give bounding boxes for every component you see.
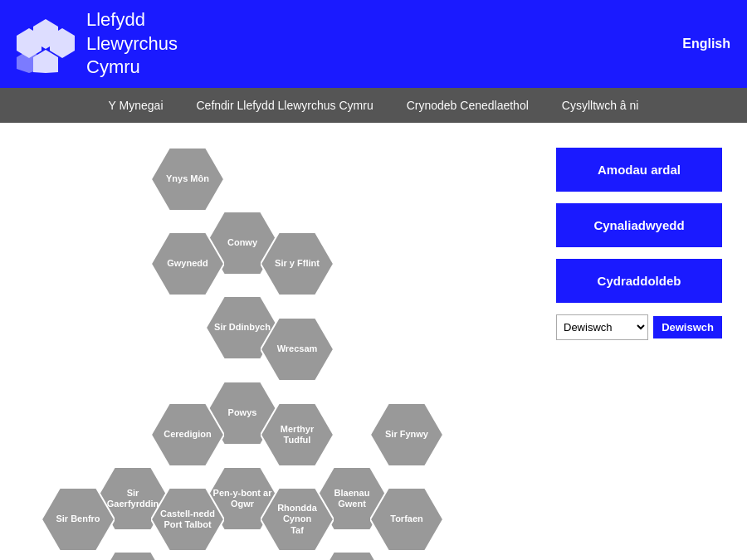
sidebar: Amodau ardal Cynaliadwyedd Cydraddoldeb …: [556, 139, 722, 560]
nav-item-cefndir[interactable]: Cefndir Llefydd Llewyrchus Cymru: [197, 99, 374, 112]
hex-region-wrecsam[interactable]: [261, 318, 334, 381]
site-title: Llefydd Llewyrchus Cymru: [86, 8, 178, 80]
hex-region-abertawe[interactable]: [96, 552, 169, 560]
amodau-ardal-button[interactable]: Amodau ardal: [556, 148, 722, 192]
hex-region-castell-nedd-port-talbot[interactable]: [151, 488, 224, 551]
nav-item-cysylltwch[interactable]: Cysylltwch â ni: [562, 99, 639, 112]
nav-item-crynodeb[interactable]: Crynodeb Cenedlaethol: [407, 99, 529, 112]
hex-map-area: Ynys Môn Conwy Gwynedd Sir y Fflint Sir …: [25, 139, 540, 560]
cydraddoldeb-button[interactable]: Cydraddoldeb: [556, 259, 722, 303]
main-nav: Y Mynegai Cefndir Llefydd Llewyrchus Cym…: [0, 88, 747, 123]
hex-region-ceredigion[interactable]: [151, 403, 224, 466]
main-content: Ynys Môn Conwy Gwynedd Sir y Fflint Sir …: [0, 123, 747, 560]
region-select[interactable]: Dewiswch: [556, 314, 648, 340]
hex-region-sir-benfro[interactable]: [42, 488, 115, 551]
hex-region-ynys-mn[interactable]: [151, 148, 224, 211]
hex-region-caerffili[interactable]: [315, 552, 388, 560]
hex-region-gwynedd[interactable]: [151, 232, 224, 295]
hex-region-sir-y-fflint[interactable]: [261, 232, 334, 295]
site-header: Llefydd Llewyrchus Cymru English: [0, 0, 747, 88]
svg-marker-4: [17, 50, 42, 73]
hex-region-torfaen[interactable]: [370, 488, 443, 551]
language-toggle[interactable]: English: [682, 37, 730, 51]
region-select-go-button[interactable]: Dewiswch: [653, 316, 722, 338]
cynaliadwyedd-button[interactable]: Cynaliadwyedd: [556, 203, 722, 247]
header-logo-area: Llefydd Llewyrchus Cymru: [17, 8, 178, 80]
hex-region-sir-fynwy[interactable]: [370, 403, 443, 466]
nav-item-mynegai[interactable]: Y Mynegai: [109, 99, 164, 112]
region-select-row: Dewiswch Dewiswch: [556, 314, 722, 340]
hex-region-merthyr-tudful[interactable]: [261, 403, 334, 466]
hex-map: Ynys Môn Conwy Gwynedd Sir y Fflint Sir …: [25, 139, 506, 560]
hex-region-rhondda-cynon-taf[interactable]: [261, 488, 334, 551]
logo-icon: [17, 15, 75, 73]
